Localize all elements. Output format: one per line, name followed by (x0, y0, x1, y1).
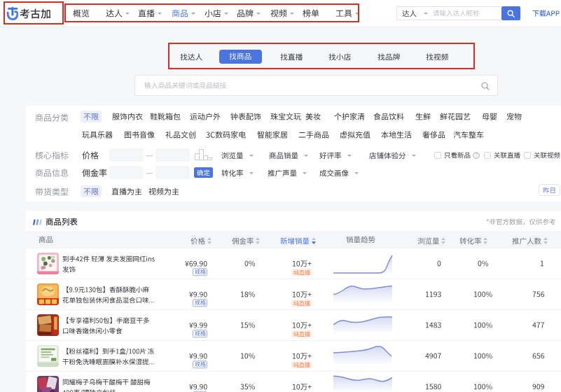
svg-text:?: ? (475, 153, 478, 158)
